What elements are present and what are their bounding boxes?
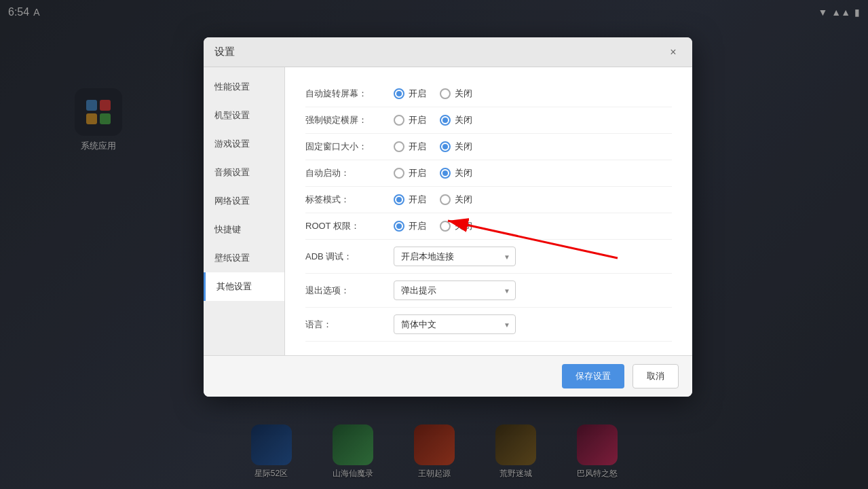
dialog-sidebar: 性能设置 机型设置 游戏设置 音频设置 网络设置 快捷键 壁纸设置 其他设置 <box>204 67 285 355</box>
sidebar-item-performance[interactable]: 性能设置 <box>204 73 284 101</box>
radio-tm-off-label: 关闭 <box>455 194 472 206</box>
radio-root-off[interactable]: 关闭 <box>440 220 472 232</box>
radio-fl-on-label: 开启 <box>409 114 426 126</box>
radio-group-force-landscape: 开启 关闭 <box>394 114 472 126</box>
radio-fl-off <box>440 115 451 126</box>
dialog-content: 自动旋转屏幕： 开启 关闭 强制锁定横屏： <box>285 67 692 355</box>
radio-force-landscape-on[interactable]: 开启 <box>394 114 426 126</box>
setting-row-exit: 退出选项： 弹出提示 直接退出 最小化到后台 ▼ <box>305 274 672 308</box>
radio-force-landscape-off[interactable]: 关闭 <box>440 114 472 126</box>
cancel-button[interactable]: 取消 <box>633 364 679 388</box>
radio-fw-off-label: 关闭 <box>455 141 472 153</box>
radio-auto-rotate-off[interactable]: 关闭 <box>440 88 472 100</box>
radio-tm-off <box>440 194 451 205</box>
setting-row-auto-start: 自动启动： 开启 关闭 <box>305 160 672 187</box>
radio-group-fixed-window: 开启 关闭 <box>394 141 472 153</box>
setting-row-fixed-window: 固定窗口大小： 开启 关闭 <box>305 134 672 160</box>
select-exit[interactable]: 弹出提示 直接退出 最小化到后台 <box>394 280 516 300</box>
radio-fw-on <box>394 141 404 152</box>
setting-row-root: ROOT 权限： 开启 关闭 <box>305 213 672 240</box>
dialog-titlebar: 设置 × <box>204 37 692 67</box>
radio-tab-mode-off[interactable]: 关闭 <box>440 194 472 206</box>
radio-root-on-label: 开启 <box>409 220 426 232</box>
radio-root-off-label: 关闭 <box>455 220 472 232</box>
label-exit: 退出选项： <box>305 285 394 297</box>
radio-label-on: 开启 <box>409 88 426 100</box>
dialog-title: 设置 <box>214 46 235 58</box>
dialog-body: 性能设置 机型设置 游戏设置 音频设置 网络设置 快捷键 壁纸设置 其他设置 自… <box>204 67 692 355</box>
select-wrap-adb: 关闭 开启本地连接 开启网络连接 ▼ <box>394 247 516 266</box>
radio-fw-off <box>440 141 451 152</box>
radio-group-tab-mode: 开启 关闭 <box>394 194 472 206</box>
radio-group-auto-start: 开启 关闭 <box>394 167 472 179</box>
radio-fixed-window-on[interactable]: 开启 <box>394 141 426 153</box>
label-language: 语言： <box>305 319 394 331</box>
radio-root-on-circle <box>394 221 404 232</box>
label-force-landscape: 强制锁定横屏： <box>305 114 394 126</box>
radio-fixed-window-off[interactable]: 关闭 <box>440 141 472 153</box>
select-language[interactable]: 简体中文 繁體中文 English <box>394 314 516 334</box>
label-tab-mode: 标签模式： <box>305 194 394 206</box>
radio-circle-on <box>394 88 404 99</box>
radio-as-off-label: 关闭 <box>455 167 472 179</box>
radio-as-on <box>394 168 404 179</box>
label-auto-rotate: 自动旋转屏幕： <box>305 88 394 100</box>
radio-group-auto-rotate: 开启 关闭 <box>394 88 472 100</box>
radio-root-on[interactable]: 开启 <box>394 220 426 232</box>
sidebar-item-model[interactable]: 机型设置 <box>204 101 284 130</box>
label-auto-start: 自动启动： <box>305 167 394 179</box>
select-adb[interactable]: 关闭 开启本地连接 开启网络连接 <box>394 247 516 266</box>
desktop: 6:54 A ▼ ▲▲ ▮ 系统应用 星际52区 山海仙魔录 <box>0 0 868 489</box>
radio-auto-start-on[interactable]: 开启 <box>394 167 426 179</box>
select-wrap-language: 简体中文 繁體中文 English ▼ <box>394 314 516 334</box>
sidebar-item-network[interactable]: 网络设置 <box>204 187 284 215</box>
radio-fl-on <box>394 115 404 126</box>
label-root: ROOT 权限： <box>305 220 394 232</box>
save-button[interactable]: 保存设置 <box>562 364 624 388</box>
sidebar-item-other[interactable]: 其他设置 <box>204 272 284 301</box>
radio-as-on-label: 开启 <box>409 167 426 179</box>
setting-row-language: 语言： 简体中文 繁體中文 English ▼ <box>305 308 672 342</box>
radio-tab-mode-on[interactable]: 开启 <box>394 194 426 206</box>
radio-auto-start-off[interactable]: 关闭 <box>440 167 472 179</box>
radio-label-off: 关闭 <box>455 88 472 100</box>
radio-as-off <box>440 168 451 179</box>
radio-tm-on-label: 开启 <box>409 194 426 206</box>
setting-row-auto-rotate: 自动旋转屏幕： 开启 关闭 <box>305 81 672 107</box>
sidebar-item-wallpaper[interactable]: 壁纸设置 <box>204 244 284 272</box>
settings-dialog: 设置 × 性能设置 机型设置 游戏设置 音频设置 网络设置 快捷键 壁纸设置 其… <box>204 37 692 397</box>
sidebar-item-shortcut[interactable]: 快捷键 <box>204 215 284 244</box>
setting-row-force-landscape: 强制锁定横屏： 开启 关闭 <box>305 107 672 134</box>
radio-tm-on <box>394 194 404 205</box>
radio-fw-on-label: 开启 <box>409 141 426 153</box>
label-adb: ADB 调试： <box>305 251 394 263</box>
radio-root-off-circle <box>440 221 451 232</box>
sidebar-item-game[interactable]: 游戏设置 <box>204 130 284 158</box>
sidebar-item-audio[interactable]: 音频设置 <box>204 158 284 187</box>
setting-row-tab-mode: 标签模式： 开启 关闭 <box>305 187 672 213</box>
radio-group-root: 开启 关闭 <box>394 220 472 232</box>
radio-fl-off-label: 关闭 <box>455 114 472 126</box>
radio-circle-off <box>440 88 451 99</box>
radio-auto-rotate-on[interactable]: 开启 <box>394 88 426 100</box>
dialog-footer: 保存设置 取消 <box>204 355 692 397</box>
label-fixed-window: 固定窗口大小： <box>305 141 394 153</box>
setting-row-adb: ADB 调试： 关闭 开启本地连接 开启网络连接 ▼ <box>305 240 672 274</box>
select-wrap-exit: 弹出提示 直接退出 最小化到后台 ▼ <box>394 280 516 300</box>
dialog-close-button[interactable]: × <box>665 44 681 60</box>
